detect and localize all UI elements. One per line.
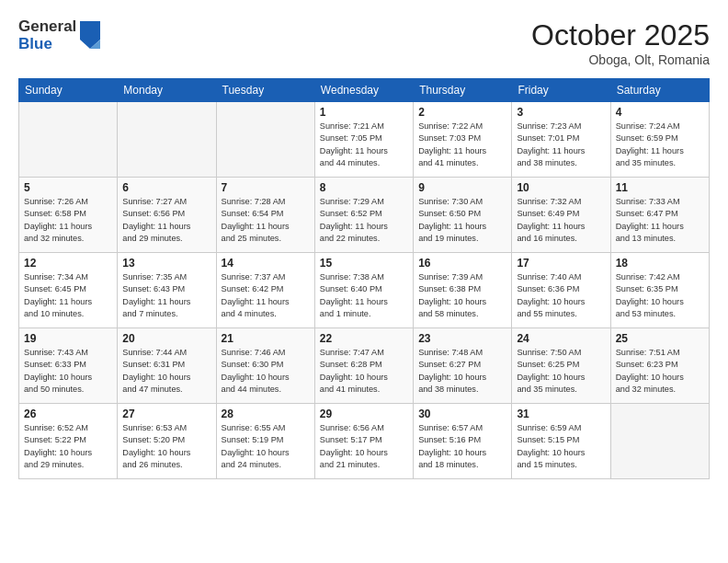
header-sunday: Sunday (19, 79, 118, 102)
calendar-cell-4-2: 20Sunrise: 7:44 AMSunset: 6:31 PMDayligh… (118, 328, 216, 404)
day-info: Sunrise: 7:23 AMSunset: 7:01 PMDaylight:… (517, 121, 605, 169)
calendar-cell-1-7: 4Sunrise: 7:24 AMSunset: 6:59 PMDaylight… (610, 102, 709, 178)
day-info: Sunrise: 7:39 AMSunset: 6:38 PMDaylight:… (418, 271, 506, 320)
week-row-2: 5Sunrise: 7:26 AMSunset: 6:58 PMDaylight… (19, 178, 710, 253)
day-number: 7 (222, 181, 310, 194)
day-number: 18 (616, 257, 704, 270)
day-number: 25 (616, 332, 704, 345)
day-info: Sunrise: 7:40 AMSunset: 6:36 PMDaylight:… (517, 271, 605, 320)
day-number: 14 (222, 257, 310, 270)
day-number: 31 (517, 408, 605, 420)
calendar-cell-5-5: 30Sunrise: 6:57 AMSunset: 5:16 PMDayligh… (414, 404, 512, 479)
logo-icon (80, 21, 100, 52)
day-number: 19 (24, 332, 112, 345)
day-number: 17 (517, 257, 605, 270)
calendar-cell-2-6: 10Sunrise: 7:32 AMSunset: 6:49 PMDayligh… (512, 178, 610, 253)
day-info: Sunrise: 6:56 AMSunset: 5:17 PMDaylight:… (320, 422, 408, 471)
day-number: 5 (24, 181, 112, 194)
week-row-1: 1Sunrise: 7:21 AMSunset: 7:05 PMDaylight… (19, 102, 710, 178)
day-info: Sunrise: 6:59 AMSunset: 5:15 PMDaylight:… (517, 422, 605, 471)
day-info: Sunrise: 7:22 AMSunset: 7:03 PMDaylight:… (418, 121, 506, 169)
calendar-header-row: Sunday Monday Tuesday Wednesday Thursday… (19, 79, 710, 102)
calendar-cell-3-7: 18Sunrise: 7:42 AMSunset: 6:35 PMDayligh… (610, 253, 709, 328)
logo-blue: Blue (18, 36, 76, 53)
title-block: October 2025 Oboga, Olt, Romania (531, 18, 710, 67)
day-info: Sunrise: 7:37 AMSunset: 6:42 PMDaylight:… (222, 271, 310, 320)
day-number: 22 (320, 332, 408, 345)
calendar-cell-3-3: 14Sunrise: 7:37 AMSunset: 6:42 PMDayligh… (216, 253, 314, 328)
calendar-cell-2-5: 9Sunrise: 7:30 AMSunset: 6:50 PMDaylight… (414, 178, 512, 253)
calendar-cell-3-6: 17Sunrise: 7:40 AMSunset: 6:36 PMDayligh… (512, 253, 610, 328)
day-info: Sunrise: 7:33 AMSunset: 6:47 PMDaylight:… (616, 196, 704, 245)
calendar-cell-1-1 (19, 102, 118, 178)
calendar-cell-4-5: 23Sunrise: 7:48 AMSunset: 6:27 PMDayligh… (414, 328, 512, 404)
day-info: Sunrise: 7:28 AMSunset: 6:54 PMDaylight:… (222, 196, 310, 245)
calendar-cell-1-3 (216, 102, 314, 178)
calendar-cell-3-2: 13Sunrise: 7:35 AMSunset: 6:43 PMDayligh… (118, 253, 216, 328)
calendar-cell-1-4: 1Sunrise: 7:21 AMSunset: 7:05 PMDaylight… (314, 102, 413, 178)
day-number: 9 (418, 181, 506, 194)
day-number: 28 (222, 408, 310, 420)
day-info: Sunrise: 7:30 AMSunset: 6:50 PMDaylight:… (418, 196, 506, 245)
calendar-cell-3-5: 16Sunrise: 7:39 AMSunset: 6:38 PMDayligh… (414, 253, 512, 328)
day-number: 12 (24, 257, 112, 270)
day-info: Sunrise: 7:43 AMSunset: 6:33 PMDaylight:… (24, 347, 112, 396)
day-info: Sunrise: 7:21 AMSunset: 7:05 PMDaylight:… (320, 121, 408, 169)
day-number: 3 (517, 106, 605, 119)
calendar-cell-5-7 (610, 404, 709, 479)
week-row-5: 26Sunrise: 6:52 AMSunset: 5:22 PMDayligh… (19, 404, 710, 479)
calendar-cell-5-1: 26Sunrise: 6:52 AMSunset: 5:22 PMDayligh… (19, 404, 118, 479)
header-thursday: Thursday (414, 79, 512, 102)
calendar-cell-4-3: 21Sunrise: 7:46 AMSunset: 6:30 PMDayligh… (216, 328, 314, 404)
day-info: Sunrise: 7:47 AMSunset: 6:28 PMDaylight:… (320, 347, 408, 396)
calendar-cell-5-3: 28Sunrise: 6:55 AMSunset: 5:19 PMDayligh… (216, 404, 314, 479)
header-wednesday: Wednesday (314, 79, 413, 102)
day-info: Sunrise: 7:51 AMSunset: 6:23 PMDaylight:… (616, 347, 704, 396)
day-info: Sunrise: 7:42 AMSunset: 6:35 PMDaylight:… (616, 271, 704, 320)
day-number: 2 (418, 106, 506, 119)
header: General Blue October 2025 Oboga, Olt, Ro… (18, 18, 710, 67)
day-info: Sunrise: 6:57 AMSunset: 5:16 PMDaylight:… (418, 422, 506, 471)
day-number: 26 (24, 408, 112, 420)
calendar-cell-4-4: 22Sunrise: 7:47 AMSunset: 6:28 PMDayligh… (314, 328, 413, 404)
day-number: 10 (517, 181, 605, 194)
logo: General Blue (18, 18, 100, 52)
day-info: Sunrise: 6:55 AMSunset: 5:19 PMDaylight:… (222, 422, 310, 471)
day-info: Sunrise: 7:44 AMSunset: 6:31 PMDaylight:… (122, 347, 210, 396)
calendar-cell-2-3: 7Sunrise: 7:28 AMSunset: 6:54 PMDaylight… (216, 178, 314, 253)
day-number: 27 (122, 408, 210, 420)
calendar-cell-4-7: 25Sunrise: 7:51 AMSunset: 6:23 PMDayligh… (610, 328, 709, 404)
day-number: 13 (122, 257, 210, 270)
day-number: 11 (616, 181, 704, 194)
day-number: 16 (418, 257, 506, 270)
day-info: Sunrise: 6:53 AMSunset: 5:20 PMDaylight:… (122, 422, 210, 471)
calendar-cell-1-5: 2Sunrise: 7:22 AMSunset: 7:03 PMDaylight… (414, 102, 512, 178)
day-number: 24 (517, 332, 605, 345)
day-info: Sunrise: 6:52 AMSunset: 5:22 PMDaylight:… (24, 422, 112, 471)
day-number: 4 (616, 106, 704, 119)
day-number: 23 (418, 332, 506, 345)
day-info: Sunrise: 7:35 AMSunset: 6:43 PMDaylight:… (122, 271, 210, 320)
week-row-4: 19Sunrise: 7:43 AMSunset: 6:33 PMDayligh… (19, 328, 710, 404)
day-number: 30 (418, 408, 506, 420)
header-tuesday: Tuesday (216, 79, 314, 102)
header-saturday: Saturday (610, 79, 709, 102)
calendar-cell-5-4: 29Sunrise: 6:56 AMSunset: 5:17 PMDayligh… (314, 404, 413, 479)
day-info: Sunrise: 7:26 AMSunset: 6:58 PMDaylight:… (24, 196, 112, 245)
calendar-cell-2-2: 6Sunrise: 7:27 AMSunset: 6:56 PMDaylight… (118, 178, 216, 253)
day-number: 6 (122, 181, 210, 194)
calendar-cell-3-4: 15Sunrise: 7:38 AMSunset: 6:40 PMDayligh… (314, 253, 413, 328)
header-friday: Friday (512, 79, 610, 102)
day-info: Sunrise: 7:50 AMSunset: 6:25 PMDaylight:… (517, 347, 605, 396)
calendar-cell-1-2 (118, 102, 216, 178)
calendar-cell-4-1: 19Sunrise: 7:43 AMSunset: 6:33 PMDayligh… (19, 328, 118, 404)
day-info: Sunrise: 7:46 AMSunset: 6:30 PMDaylight:… (222, 347, 310, 396)
main-container: General Blue October 2025 Oboga, Olt, Ro… (0, 0, 728, 488)
day-info: Sunrise: 7:32 AMSunset: 6:49 PMDaylight:… (517, 196, 605, 245)
day-info: Sunrise: 7:27 AMSunset: 6:56 PMDaylight:… (122, 196, 210, 245)
calendar-table: Sunday Monday Tuesday Wednesday Thursday… (18, 78, 710, 479)
day-info: Sunrise: 7:24 AMSunset: 6:59 PMDaylight:… (616, 121, 704, 169)
logo-text: General Blue (18, 18, 76, 52)
location: Oboga, Olt, Romania (531, 52, 710, 67)
calendar-cell-2-7: 11Sunrise: 7:33 AMSunset: 6:47 PMDayligh… (610, 178, 709, 253)
